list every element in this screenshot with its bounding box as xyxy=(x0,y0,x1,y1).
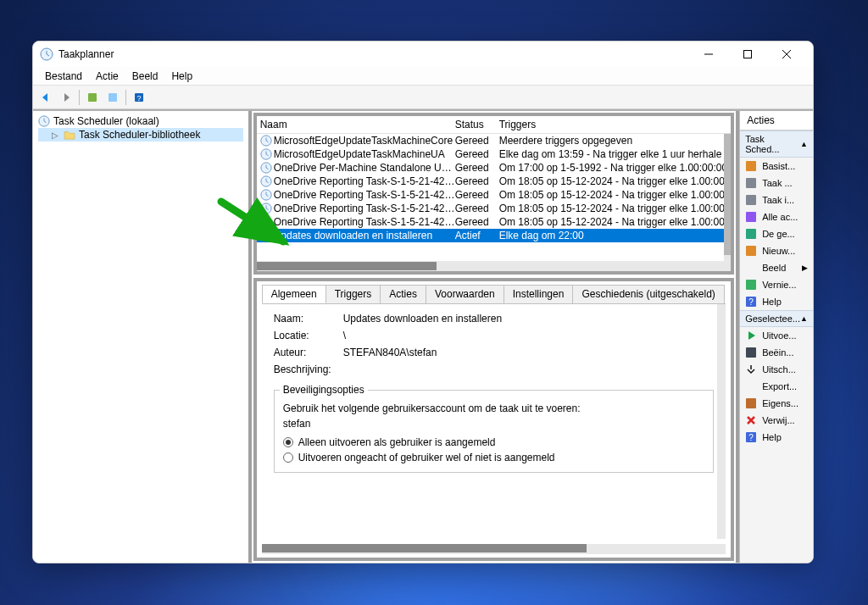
task-row[interactable]: OneDrive Reporting Task-S-1-5-21-4290..G… xyxy=(257,202,732,215)
col-header-name[interactable]: Naam xyxy=(260,119,455,130)
actions-group1-header[interactable]: Task Sched... ▲ xyxy=(740,130,813,158)
action-item[interactable]: Eigens... xyxy=(740,395,813,412)
svg-rect-19 xyxy=(746,229,756,239)
task-triggers: Om 17:00 op 1-5-1992 - Na trigger elke 1… xyxy=(499,162,728,174)
col-header-triggers[interactable]: Triggers xyxy=(499,119,728,130)
expand-icon[interactable]: ▷ xyxy=(52,130,60,140)
forward-button[interactable] xyxy=(57,88,75,107)
action-icon xyxy=(745,279,757,291)
col-header-status[interactable]: Status xyxy=(455,119,499,130)
task-status: Gereed xyxy=(455,216,499,228)
details-vscrollbar[interactable] xyxy=(717,304,726,539)
action-item[interactable]: De ge... xyxy=(740,225,813,242)
task-name: MicrosoftEdgeUpdateTaskMachineUA xyxy=(274,148,455,160)
menu-beeld[interactable]: Beeld xyxy=(125,69,165,84)
action-item[interactable]: Taak i... xyxy=(740,191,813,208)
action-item[interactable]: Basist... xyxy=(740,158,813,175)
svg-rect-17 xyxy=(746,195,756,205)
action-icon xyxy=(745,347,757,358)
task-list-vscrollbar[interactable] xyxy=(724,134,731,261)
task-triggers: Om 18:05 op 15-12-2024 - Na trigger elke… xyxy=(499,216,728,228)
svg-rect-15 xyxy=(746,161,756,171)
task-row[interactable]: Updates downloaden en installerenActiefE… xyxy=(257,229,732,242)
radio-any[interactable]: Uitvoeren ongeacht of gebruiker wel of n… xyxy=(283,450,705,465)
actions-header: Acties xyxy=(740,111,813,130)
action-item[interactable]: ?Help xyxy=(740,429,813,446)
details-hscrollbar[interactable] xyxy=(262,544,726,554)
action-item[interactable]: Export... xyxy=(740,378,813,395)
chevron-up-icon: ▲ xyxy=(800,140,808,148)
action-icon xyxy=(745,245,757,257)
task-row[interactable]: OneDrive Per-Machine Standalone Upda..Ge… xyxy=(257,161,732,175)
help-button[interactable]: ? xyxy=(130,88,148,107)
clock-icon xyxy=(260,230,272,241)
action-item[interactable]: Vernie... xyxy=(740,276,813,293)
action-item[interactable]: Nieuw... xyxy=(740,242,813,259)
clock-icon xyxy=(260,203,272,214)
minimize-button[interactable] xyxy=(689,42,728,67)
security-account-label: Gebruik het volgende gebruikersaccount o… xyxy=(283,402,705,414)
action-item[interactable]: ?Help xyxy=(740,293,813,310)
action-item[interactable]: Verwij... xyxy=(740,412,813,429)
value-location: \ xyxy=(343,330,715,341)
action-icon xyxy=(745,177,757,189)
action-item[interactable]: Alle ac... xyxy=(740,208,813,225)
tree-root[interactable]: Task Scheduler (lokaal) xyxy=(38,114,243,128)
radio-icon xyxy=(283,437,293,447)
action-item[interactable]: Beëin... xyxy=(740,344,813,361)
tab-instellingen[interactable]: Instellingen xyxy=(504,285,574,303)
task-triggers: Elke dag om 22:00 xyxy=(499,230,728,241)
clock-icon xyxy=(260,162,272,174)
clock-icon xyxy=(260,135,272,147)
action-icon xyxy=(745,397,757,409)
task-status: Gereed xyxy=(455,175,499,187)
titlebar[interactable]: Taakplanner xyxy=(33,42,813,67)
menu-bestand[interactable]: Bestand xyxy=(38,69,89,84)
tree-library[interactable]: ▷ Task Scheduler-bibliotheek xyxy=(38,128,243,142)
disable-icon xyxy=(745,364,757,375)
task-name: OneDrive Reporting Task-S-1-5-21-4290.. xyxy=(274,203,455,214)
task-name: OneDrive Per-Machine Standalone Upda.. xyxy=(274,162,455,174)
close-button[interactable] xyxy=(767,42,806,67)
task-row[interactable]: OneDrive Reporting Task-S-1-5-21-4290..G… xyxy=(257,215,732,229)
task-name: MicrosoftEdgeUpdateTaskMachineCore xyxy=(274,135,455,147)
tree-panel: Task Scheduler (lokaal) ▷ Task Scheduler… xyxy=(33,111,252,563)
tab-triggers[interactable]: Triggers xyxy=(326,285,381,303)
back-button[interactable] xyxy=(36,88,55,107)
svg-text:?: ? xyxy=(136,94,141,103)
action-item[interactable]: Beeld▶ xyxy=(740,259,813,276)
task-row[interactable]: MicrosoftEdgeUpdateTaskMachineCoreGereed… xyxy=(257,134,732,147)
action-icon xyxy=(745,160,757,172)
action-item[interactable]: Taak ... xyxy=(740,175,813,191)
menu-help[interactable]: Help xyxy=(164,69,199,84)
task-details: AlgemeenTriggersActiesVoorwaardenInstell… xyxy=(253,278,735,561)
task-triggers: Om 18:05 op 15-12-2024 - Na trigger elke… xyxy=(499,189,728,201)
properties-button[interactable] xyxy=(83,88,102,107)
menu-actie[interactable]: Actie xyxy=(89,69,125,84)
tab-voorwaarden[interactable]: Voorwaarden xyxy=(426,285,504,303)
task-row[interactable]: MicrosoftEdgeUpdateTaskMachineUAGereedEl… xyxy=(257,147,732,161)
task-status: Gereed xyxy=(455,135,499,147)
maximize-button[interactable] xyxy=(728,42,767,67)
tab-acties[interactable]: Acties xyxy=(380,285,426,303)
action-icon xyxy=(745,211,757,223)
radio-logged-on[interactable]: Alleen uitvoeren als gebruiker is aangem… xyxy=(283,435,705,450)
svg-text:?: ? xyxy=(748,297,754,307)
task-row[interactable]: OneDrive Reporting Task-S-1-5-21-4290..G… xyxy=(257,175,732,188)
tab-geschiedenis-uitgeschakeld-[interactable]: Geschiedenis (uitgeschakeld) xyxy=(572,285,724,303)
refresh-button[interactable] xyxy=(103,88,122,107)
security-account: stefan xyxy=(283,418,705,430)
svg-rect-3 xyxy=(108,93,117,102)
task-status: Actief xyxy=(455,230,499,241)
tab-algemeen[interactable]: Algemeen xyxy=(262,285,326,303)
task-list-hscrollbar[interactable] xyxy=(257,261,732,271)
action-item[interactable]: Uitvoe... xyxy=(740,327,813,344)
svg-rect-20 xyxy=(746,246,756,256)
actions-group2-header[interactable]: Geselectee... ▲ xyxy=(740,310,813,327)
task-triggers: Meerdere triggers opgegeven xyxy=(499,135,728,147)
label-author: Auteur: xyxy=(274,347,343,358)
action-item[interactable]: Uitsch... xyxy=(740,361,813,378)
task-row[interactable]: OneDrive Reporting Task-S-1-5-21-4290..G… xyxy=(257,188,732,202)
label-name: Naam: xyxy=(274,313,343,325)
window-title: Taakplanner xyxy=(58,48,689,60)
